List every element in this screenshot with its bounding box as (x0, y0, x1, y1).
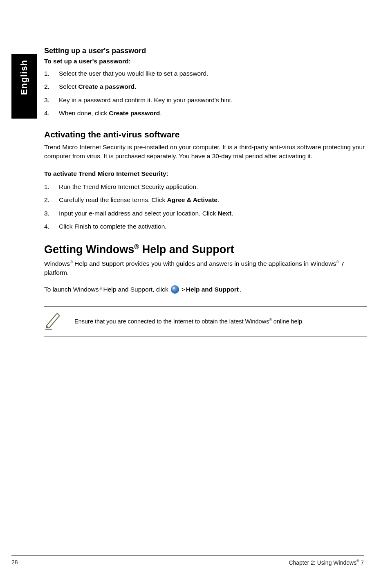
step-text: Input your e-mail address and select you… (59, 209, 233, 218)
step-text: Key in a password and confirm it. Key in… (59, 96, 233, 105)
step-number: 2. (44, 82, 59, 91)
step-text: When done, click Create password. (59, 109, 162, 118)
section2-steps: 1. Run the Trend Micro Internet Security… (44, 182, 367, 231)
pen-note-icon (44, 312, 62, 330)
launch-instruction: To launch Windows® Help and Support, cli… (44, 285, 367, 294)
section1-subhead: To set up a user's password: (44, 58, 367, 65)
language-tab: English (11, 54, 37, 119)
section2-heading: Activating the anti-virus software (44, 130, 367, 139)
step-number: 2. (44, 195, 59, 204)
step-number: 4. (44, 109, 59, 118)
step-number: 1. (44, 69, 59, 78)
section3-para: Windows® Help and Support provides you w… (44, 259, 367, 278)
section3-heading: Getting Windows® Help and Support (44, 243, 367, 256)
page-content: Setting up a user's password To set up a… (44, 47, 367, 337)
step-text: Select Create a password. (59, 82, 137, 91)
section1-steps: 1. Select the user that you would like t… (44, 69, 367, 118)
windows-start-icon (171, 285, 179, 294)
section2-para: Trend Micro Internet Security is pre-ins… (44, 143, 367, 161)
language-tab-label: English (19, 60, 29, 95)
step-text: Click Finish to complete the activation. (59, 222, 167, 231)
step-text: Run the Trend Micro Internet Security ap… (59, 182, 198, 191)
page-footer: 28 Chapter 2: Using Windows® 7 (11, 555, 364, 566)
step-number: 1. (44, 182, 59, 191)
page-number: 28 (11, 559, 18, 566)
note-box: Ensure that you are connected to the Int… (44, 306, 367, 337)
step-number: 4. (44, 222, 59, 231)
list-item: 2. Select Create a password. (44, 82, 367, 91)
step-text: Select the user that you would like to s… (59, 69, 208, 78)
section1-heading: Setting up a user's password (44, 47, 367, 55)
list-item: 2. Carefully read the license terms. Cli… (44, 195, 367, 204)
list-item: 1. Run the Trend Micro Internet Security… (44, 182, 367, 191)
chapter-label: Chapter 2: Using Windows® 7 (289, 559, 364, 566)
list-item: 3. Key in a password and confirm it. Key… (44, 96, 367, 105)
list-item: 4. When done, click Create password. (44, 109, 367, 118)
section2-subhead: To activate Trend Micro Internet Securit… (44, 170, 367, 177)
list-item: 1. Select the user that you would like t… (44, 69, 367, 78)
step-text: Carefully read the license terms. Click … (59, 195, 219, 204)
note-text: Ensure that you are connected to the Int… (74, 317, 304, 325)
step-number: 3. (44, 209, 59, 218)
list-item: 4. Click Finish to complete the activati… (44, 222, 367, 231)
list-item: 3. Input your e-mail address and select … (44, 209, 367, 218)
step-number: 3. (44, 96, 59, 105)
